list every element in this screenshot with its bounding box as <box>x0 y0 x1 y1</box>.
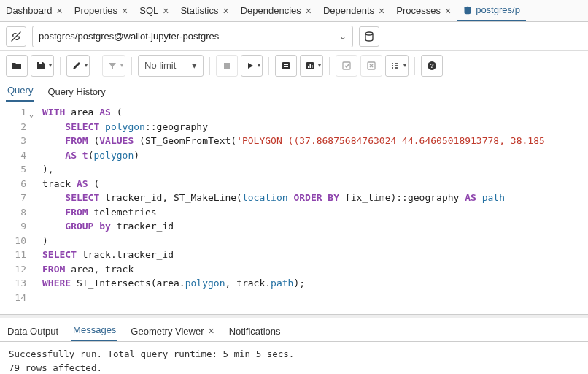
new-connection-button[interactable] <box>359 26 379 47</box>
top-tab[interactable]: Dependencies× <box>235 0 317 22</box>
chevron-down-icon: ▾ <box>85 62 88 69</box>
explain-analyze-button[interactable]: ▾ <box>300 55 323 77</box>
connection-select[interactable]: postgres/postgres@waliot-jupyter-postgre… <box>32 26 353 47</box>
limit-label: No limit <box>144 60 176 71</box>
chevron-down-icon: ▾ <box>192 60 197 71</box>
pencil-icon <box>71 61 82 71</box>
code-line: FROM area, track <box>42 262 545 277</box>
tab-query[interactable]: Query <box>6 80 34 102</box>
macros-button[interactable]: ▾ <box>385 55 409 77</box>
tab-label: Processes <box>396 5 441 16</box>
list-icon <box>390 61 401 71</box>
explain-button[interactable] <box>275 55 297 77</box>
filter-button[interactable]: ▾ <box>102 55 125 77</box>
svg-rect-3 <box>282 62 290 69</box>
tab-label: Dependencies <box>241 5 301 16</box>
tab-notifications[interactable]: Notifications <box>228 321 282 341</box>
separator <box>268 57 269 75</box>
code-line: SELECT track.tracker_id <box>42 248 545 262</box>
open-file-button[interactable] <box>6 55 28 77</box>
separator <box>60 57 61 75</box>
line-number: 10 <box>1 234 26 248</box>
top-tab[interactable]: postgres/p <box>457 0 526 22</box>
sql-editor[interactable]: 1⌄234567891011121314 WITH area AS ( SELE… <box>0 102 588 314</box>
svg-rect-10 <box>343 62 350 69</box>
tab-label: Statistics <box>180 5 218 16</box>
message-line: Successfully run. Total query runtime: 5… <box>9 348 579 362</box>
separator <box>329 57 330 75</box>
close-icon[interactable]: × <box>209 325 214 337</box>
explain-icon <box>281 61 291 71</box>
code-line: ) <box>42 234 545 248</box>
chevron-down-icon: ⌄ <box>339 31 347 42</box>
line-number: 14 <box>1 291 26 305</box>
commit-icon <box>341 61 352 71</box>
svg-rect-7 <box>308 66 309 68</box>
connection-value: postgres/postgres@waliot-jupyter-postgre… <box>39 31 219 42</box>
close-icon[interactable]: × <box>379 5 384 17</box>
stop-button[interactable] <box>216 55 238 77</box>
tab-label: Dashboard <box>6 5 53 16</box>
close-icon[interactable]: × <box>122 5 128 17</box>
commit-button[interactable] <box>336 55 357 77</box>
top-tab[interactable]: Dependents× <box>317 0 390 22</box>
help-button[interactable]: ? <box>421 55 443 77</box>
code-line: track AS ( <box>42 177 545 191</box>
connection-status-button[interactable] <box>6 26 26 47</box>
code-line: SELECT tracker_id, ST_MakeLine(location … <box>42 191 545 205</box>
save-button[interactable]: ▾ <box>31 55 54 77</box>
edit-button[interactable]: ▾ <box>66 55 90 77</box>
output-tabs: Data Output Messages Geometry Viewer× No… <box>0 318 588 342</box>
help-icon: ? <box>427 61 437 71</box>
close-icon[interactable]: × <box>57 5 63 17</box>
tab-label: Properties <box>74 5 117 16</box>
close-icon[interactable]: × <box>163 5 169 17</box>
code-line: WHERE ST_Intersects(area.polygon, track.… <box>42 276 545 291</box>
chevron-down-icon: ▾ <box>120 62 123 69</box>
stop-icon <box>223 61 231 70</box>
code-line: ), <box>42 162 545 177</box>
top-tab[interactable]: SQL× <box>134 0 174 22</box>
execute-button[interactable]: ▾ <box>241 55 263 77</box>
code-line: AS t(polygon) <box>42 148 545 163</box>
separator <box>209 57 210 75</box>
tab-query-history[interactable]: Query History <box>46 82 107 102</box>
tab-messages[interactable]: Messages <box>71 320 117 341</box>
database-icon <box>463 5 473 15</box>
top-tabs-bar: Dashboard×Properties×SQL×Statistics×Depe… <box>0 0 588 22</box>
line-number: 6 <box>1 177 26 191</box>
line-number: 12 <box>1 262 26 277</box>
separator <box>96 57 96 75</box>
code-line: GROUP by tracker_id <box>42 219 545 234</box>
svg-point-1 <box>365 32 373 35</box>
limit-select[interactable]: No limit▾ <box>138 55 204 77</box>
line-number: 8 <box>1 205 26 220</box>
tab-geometry-viewer[interactable]: Geometry Viewer× <box>129 321 215 341</box>
line-number: 2 <box>1 120 26 134</box>
fold-icon[interactable]: ⌄ <box>29 107 34 122</box>
rollback-button[interactable] <box>360 55 382 77</box>
top-tab[interactable]: Statistics× <box>174 0 234 22</box>
line-number: 4 <box>1 148 26 163</box>
code-line: WITH area AS ( <box>42 105 545 120</box>
tab-label: postgres/p <box>476 4 520 15</box>
svg-rect-8 <box>310 64 312 68</box>
top-tab[interactable]: Properties× <box>69 0 134 22</box>
messages-panel: Successfully run. Total query runtime: 5… <box>0 342 588 374</box>
svg-rect-2 <box>224 63 230 69</box>
line-number: 9 <box>1 219 26 234</box>
svg-rect-5 <box>284 66 288 67</box>
top-tab[interactable]: Processes× <box>390 0 457 22</box>
code-area[interactable]: WITH area AS ( SELECT polygon::geography… <box>31 102 545 314</box>
line-number: 7 <box>1 191 26 205</box>
code-line: FROM (VALUES (ST_GeomFromText('POLYGON (… <box>42 134 545 148</box>
disconnected-icon <box>10 31 22 42</box>
close-icon[interactable]: × <box>445 5 451 17</box>
close-icon[interactable]: × <box>306 5 312 17</box>
tab-data-output[interactable]: Data Output <box>6 321 60 341</box>
rollback-icon <box>366 61 376 71</box>
filter-icon <box>107 61 117 71</box>
editor-tabs: Query Query History <box>0 80 588 102</box>
top-tab[interactable]: Dashboard× <box>0 0 69 22</box>
close-icon[interactable]: × <box>223 5 228 17</box>
